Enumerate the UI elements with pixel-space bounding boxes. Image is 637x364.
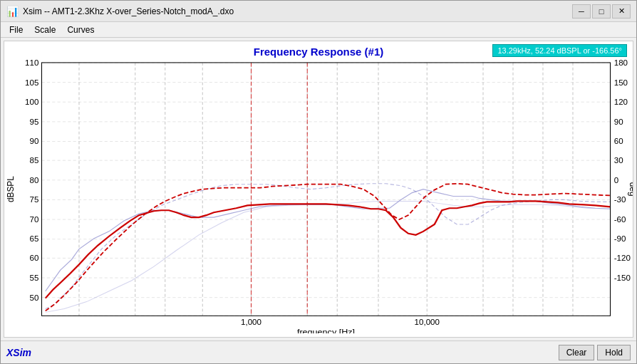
svg-text:60: 60 xyxy=(29,254,38,263)
footer: XSim Clear Hold xyxy=(1,340,636,363)
brand-label: XSim xyxy=(6,347,31,358)
menu-scale[interactable]: Scale xyxy=(29,24,61,36)
svg-text:90: 90 xyxy=(614,118,623,126)
svg-text:80: 80 xyxy=(29,176,38,184)
svg-text:55: 55 xyxy=(29,274,38,282)
svg-text:110: 110 xyxy=(25,59,38,67)
menu-curves[interactable]: Curves xyxy=(61,24,100,36)
app-icon: 📊 xyxy=(6,6,19,17)
svg-text:95: 95 xyxy=(29,118,38,126)
svg-text:180: 180 xyxy=(614,59,628,67)
svg-text:75: 75 xyxy=(29,196,38,204)
svg-text:65: 65 xyxy=(29,234,38,243)
svg-text:-90: -90 xyxy=(614,234,626,243)
close-button[interactable]: ✕ xyxy=(612,4,631,19)
svg-text:-60: -60 xyxy=(614,215,626,224)
svg-text:120: 120 xyxy=(614,98,628,106)
maximize-button[interactable]: □ xyxy=(592,4,611,19)
chart-container: 110 105 100 95 90 85 80 75 70 65 60 55 5… xyxy=(4,59,633,333)
svg-text:deg: deg xyxy=(628,182,633,197)
menubar: File Scale Curves xyxy=(1,22,636,38)
chart-area: Frequency Response (#1) 13.29kHz, 52.24 … xyxy=(4,41,633,338)
svg-text:70: 70 xyxy=(29,215,38,224)
svg-text:-150: -150 xyxy=(614,274,631,282)
svg-text:60: 60 xyxy=(614,137,623,146)
svg-text:dBSPL: dBSPL xyxy=(5,176,15,202)
titlebar-left: 📊 Xsim -- AMT1-2.3Khz X-over_Series-Notc… xyxy=(6,6,234,17)
main-window: 📊 Xsim -- AMT1-2.3Khz X-over_Series-Notc… xyxy=(0,0,637,364)
cursor-tooltip: 13.29kHz, 52.24 dBSPL or -166.56° xyxy=(492,44,627,57)
svg-text:30: 30 xyxy=(614,156,623,165)
svg-text:0: 0 xyxy=(614,176,618,184)
svg-text:50: 50 xyxy=(29,293,38,302)
minimize-button[interactable]: ─ xyxy=(572,4,591,19)
svg-text:10,000: 10,000 xyxy=(415,318,440,326)
hold-button[interactable]: Hold xyxy=(597,345,631,360)
svg-text:frequency [Hz]: frequency [Hz] xyxy=(297,327,355,333)
svg-text:105: 105 xyxy=(25,78,38,87)
titlebar: 📊 Xsim -- AMT1-2.3Khz X-over_Series-Notc… xyxy=(1,1,636,22)
svg-text:90: 90 xyxy=(29,137,38,146)
svg-text:150: 150 xyxy=(614,78,628,87)
window-title: Xsim -- AMT1-2.3Khz X-over_Series-Notch_… xyxy=(23,6,234,16)
footer-buttons: Clear Hold xyxy=(559,345,631,360)
titlebar-controls: ─ □ ✕ xyxy=(572,4,631,19)
menu-file[interactable]: File xyxy=(4,24,29,36)
svg-text:-30: -30 xyxy=(614,196,626,204)
svg-text:-120: -120 xyxy=(614,254,631,263)
svg-text:1,000: 1,000 xyxy=(241,318,261,326)
clear-button[interactable]: Clear xyxy=(559,345,595,360)
chart-svg: 110 105 100 95 90 85 80 75 70 65 60 55 5… xyxy=(4,59,633,333)
svg-text:100: 100 xyxy=(25,98,38,106)
svg-text:85: 85 xyxy=(29,156,38,165)
